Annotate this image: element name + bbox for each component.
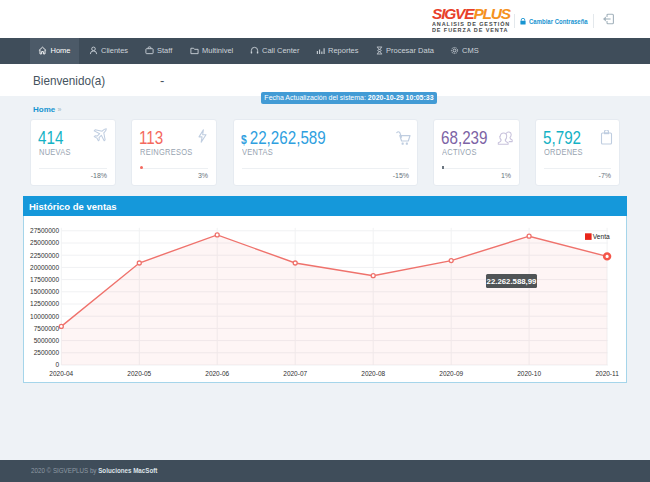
svg-text:25000000: 25000000 xyxy=(30,239,59,246)
svg-text:10000000: 10000000 xyxy=(30,313,59,320)
svg-text:20000000: 20000000 xyxy=(30,264,59,271)
svg-text:7500000: 7500000 xyxy=(34,325,60,332)
svg-text:2020-04: 2020-04 xyxy=(49,370,73,377)
svg-text:27500000: 27500000 xyxy=(30,227,59,234)
svg-text:2020-07: 2020-07 xyxy=(283,370,307,377)
svg-text:22.262.588,99: 22.262.588,99 xyxy=(487,277,538,286)
svg-text:0: 0 xyxy=(55,361,59,368)
svg-text:Venta: Venta xyxy=(593,233,610,240)
svg-text:2020-11: 2020-11 xyxy=(595,370,619,377)
svg-text:2020-05: 2020-05 xyxy=(127,370,151,377)
svg-text:2020-10: 2020-10 xyxy=(517,370,541,377)
svg-text:2020-08: 2020-08 xyxy=(361,370,385,377)
svg-text:5000000: 5000000 xyxy=(34,337,60,344)
svg-text:2500000: 2500000 xyxy=(34,349,60,356)
svg-text:17500000: 17500000 xyxy=(30,276,59,283)
svg-text:2020-09: 2020-09 xyxy=(439,370,463,377)
svg-text:12500000: 12500000 xyxy=(30,300,59,307)
svg-text:2020-06: 2020-06 xyxy=(205,370,229,377)
svg-text:15000000: 15000000 xyxy=(30,288,59,295)
svg-text:22500000: 22500000 xyxy=(30,252,59,259)
